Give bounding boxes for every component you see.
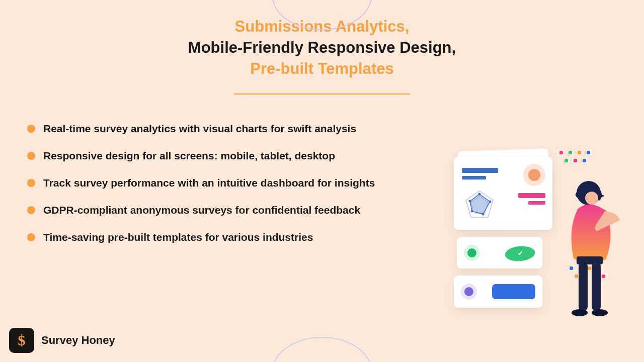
hero-illustration: ✓ [454, 146, 635, 327]
headline-line-2: Mobile-Friendly Responsive Design, [0, 37, 644, 58]
headline-line-3: Pre-built Templates [0, 58, 644, 79]
feature-text: Time-saving pre-built templates for vari… [43, 231, 313, 243]
avatar-icon [461, 284, 477, 300]
svg-point-3 [478, 193, 481, 196]
svg-rect-12 [579, 262, 588, 311]
feature-item: Real-time survey analytics with visual c… [27, 123, 644, 135]
metric-bar [462, 168, 498, 173]
profile-card: ✓ [457, 237, 542, 268]
decorative-arc-bottom [272, 337, 372, 362]
avatar-icon [523, 164, 545, 186]
decorative-dots [559, 151, 620, 171]
brand-name: Survey Honey [41, 334, 115, 347]
svg-point-4 [489, 201, 492, 203]
metric-bar [518, 193, 545, 198]
svg-point-15 [592, 309, 608, 316]
feature-text: Responsive design for all screens: mobil… [43, 150, 335, 162]
bullet-icon [27, 152, 35, 160]
radar-chart-icon [463, 189, 496, 222]
bullet-icon [27, 179, 35, 187]
header-divider [234, 94, 410, 95]
bullet-icon [27, 125, 35, 133]
metric-bar [528, 201, 545, 205]
svg-point-9 [585, 192, 598, 205]
profile-card [454, 276, 542, 308]
svg-point-5 [482, 213, 485, 216]
action-pill [492, 284, 535, 299]
metric-bar [462, 176, 486, 179]
svg-point-14 [572, 309, 588, 316]
dashboard-card-front [454, 157, 552, 230]
feature-text: Real-time survey analytics with visual c… [43, 123, 356, 135]
bullet-icon [27, 206, 35, 214]
feature-text: GDPR-compliant anonymous surveys for con… [43, 204, 360, 216]
brand-logo-icon: $ [9, 328, 34, 353]
bullet-icon [27, 233, 35, 241]
feature-text: Track survey performance with an intuiti… [43, 177, 375, 189]
svg-point-7 [469, 200, 471, 203]
svg-point-6 [471, 210, 473, 213]
checkmark-icon: ✓ [505, 245, 538, 263]
svg-rect-10 [599, 195, 604, 197]
person-illustration [549, 176, 625, 327]
brand-footer: $ Survey Honey [9, 328, 115, 353]
svg-rect-13 [592, 262, 601, 311]
avatar-icon [464, 245, 480, 261]
